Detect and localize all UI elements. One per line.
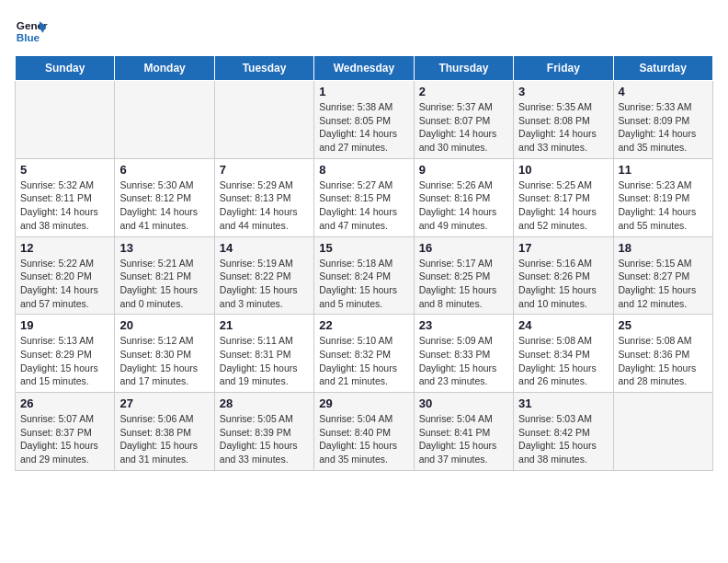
calendar-week-1: 1Sunrise: 5:38 AMSunset: 8:05 PMDaylight… [16, 81, 713, 159]
day-number: 16 [419, 241, 508, 255]
day-info: Sunrise: 5:08 AMSunset: 8:34 PMDaylight:… [518, 334, 608, 388]
day-info: Sunrise: 5:16 AMSunset: 8:26 PMDaylight:… [518, 257, 608, 311]
calendar-body: 1Sunrise: 5:38 AMSunset: 8:05 PMDaylight… [16, 81, 713, 471]
calendar-cell: 6Sunrise: 5:30 AMSunset: 8:12 PMDaylight… [115, 158, 214, 236]
day-info: Sunrise: 5:11 AMSunset: 8:31 PMDaylight:… [220, 334, 309, 388]
calendar-cell: 4Sunrise: 5:33 AMSunset: 8:09 PMDaylight… [613, 81, 712, 159]
header-day-sunday: Sunday [16, 56, 115, 81]
day-number: 3 [518, 85, 608, 98]
day-info: Sunrise: 5:32 AMSunset: 8:11 PMDaylight:… [20, 178, 109, 233]
calendar-cell: 31Sunrise: 5:03 AMSunset: 8:42 PMDayligh… [514, 393, 613, 471]
day-info: Sunrise: 5:33 AMSunset: 8:09 PMDaylight:… [619, 100, 708, 155]
calendar-cell [16, 81, 115, 159]
calendar-cell: 15Sunrise: 5:18 AMSunset: 8:24 PMDayligh… [314, 236, 414, 315]
header-day-thursday: Thursday [414, 56, 513, 81]
day-number: 22 [319, 318, 408, 332]
day-number: 15 [319, 241, 408, 255]
calendar-week-3: 12Sunrise: 5:22 AMSunset: 8:20 PMDayligh… [16, 236, 713, 315]
day-info: Sunrise: 5:13 AMSunset: 8:29 PMDaylight:… [20, 334, 109, 388]
day-number: 7 [220, 163, 309, 177]
header-day-friday: Friday [514, 56, 613, 81]
day-number: 4 [619, 85, 708, 98]
day-info: Sunrise: 5:05 AMSunset: 8:39 PMDaylight:… [220, 412, 309, 466]
page-header: General Blue [15, 15, 713, 48]
day-info: Sunrise: 5:38 AMSunset: 8:05 PMDaylight:… [319, 100, 408, 155]
day-info: Sunrise: 5:29 AMSunset: 8:13 PMDaylight:… [220, 178, 309, 233]
day-info: Sunrise: 5:09 AMSunset: 8:33 PMDaylight:… [419, 334, 508, 388]
calendar-cell: 21Sunrise: 5:11 AMSunset: 8:31 PMDayligh… [214, 315, 313, 393]
calendar-cell: 26Sunrise: 5:07 AMSunset: 8:37 PMDayligh… [16, 393, 115, 471]
calendar-table: SundayMondayTuesdayWednesdayThursdayFrid… [15, 55, 713, 471]
calendar-header: SundayMondayTuesdayWednesdayThursdayFrid… [16, 56, 713, 81]
day-info: Sunrise: 5:30 AMSunset: 8:12 PMDaylight:… [119, 178, 209, 233]
day-info: Sunrise: 5:27 AMSunset: 8:15 PMDaylight:… [319, 178, 408, 233]
calendar-cell: 19Sunrise: 5:13 AMSunset: 8:29 PMDayligh… [16, 315, 115, 393]
calendar-cell: 10Sunrise: 5:25 AMSunset: 8:17 PMDayligh… [514, 158, 613, 236]
calendar-cell: 11Sunrise: 5:23 AMSunset: 8:19 PMDayligh… [613, 158, 712, 236]
day-info: Sunrise: 5:22 AMSunset: 8:20 PMDaylight:… [20, 257, 109, 311]
calendar-week-2: 5Sunrise: 5:32 AMSunset: 8:11 PMDaylight… [16, 158, 713, 236]
header-day-wednesday: Wednesday [314, 56, 414, 81]
day-number: 27 [119, 396, 209, 410]
calendar-cell: 7Sunrise: 5:29 AMSunset: 8:13 PMDaylight… [214, 158, 313, 236]
day-number: 6 [119, 163, 209, 177]
calendar-cell [613, 393, 712, 471]
header-day-saturday: Saturday [613, 56, 712, 81]
calendar-cell: 1Sunrise: 5:38 AMSunset: 8:05 PMDaylight… [314, 81, 414, 159]
calendar-cell: 2Sunrise: 5:37 AMSunset: 8:07 PMDaylight… [414, 81, 513, 159]
header-row: SundayMondayTuesdayWednesdayThursdayFrid… [16, 56, 713, 81]
day-number: 8 [319, 163, 408, 177]
calendar-week-5: 26Sunrise: 5:07 AMSunset: 8:37 PMDayligh… [16, 393, 713, 471]
day-number: 29 [319, 396, 408, 410]
day-number: 17 [518, 241, 608, 255]
day-number: 1 [319, 85, 408, 98]
calendar-cell: 28Sunrise: 5:05 AMSunset: 8:39 PMDayligh… [214, 393, 313, 471]
calendar-cell: 9Sunrise: 5:26 AMSunset: 8:16 PMDaylight… [414, 158, 513, 236]
calendar-cell: 18Sunrise: 5:15 AMSunset: 8:27 PMDayligh… [613, 236, 712, 315]
day-info: Sunrise: 5:07 AMSunset: 8:37 PMDaylight:… [20, 412, 109, 466]
day-number: 13 [119, 241, 209, 255]
day-number: 31 [518, 396, 608, 410]
calendar-cell: 27Sunrise: 5:06 AMSunset: 8:38 PMDayligh… [115, 393, 214, 471]
day-info: Sunrise: 5:03 AMSunset: 8:42 PMDaylight:… [518, 412, 608, 466]
day-number: 30 [419, 396, 508, 410]
svg-text:Blue: Blue [17, 31, 40, 43]
calendar-cell [115, 81, 214, 159]
logo: General Blue [15, 15, 48, 48]
day-info: Sunrise: 5:15 AMSunset: 8:27 PMDaylight:… [619, 257, 708, 311]
day-info: Sunrise: 5:17 AMSunset: 8:25 PMDaylight:… [419, 257, 508, 311]
day-number: 18 [619, 241, 708, 255]
day-number: 10 [518, 163, 608, 177]
day-info: Sunrise: 5:19 AMSunset: 8:22 PMDaylight:… [220, 257, 309, 311]
calendar-cell: 20Sunrise: 5:12 AMSunset: 8:30 PMDayligh… [115, 315, 214, 393]
calendar-cell: 29Sunrise: 5:04 AMSunset: 8:40 PMDayligh… [314, 393, 414, 471]
calendar-cell: 23Sunrise: 5:09 AMSunset: 8:33 PMDayligh… [414, 315, 513, 393]
day-number: 11 [619, 163, 708, 177]
logo-icon: General Blue [15, 15, 48, 48]
calendar-cell: 13Sunrise: 5:21 AMSunset: 8:21 PMDayligh… [115, 236, 214, 315]
day-info: Sunrise: 5:04 AMSunset: 8:40 PMDaylight:… [319, 412, 408, 466]
day-info: Sunrise: 5:25 AMSunset: 8:17 PMDaylight:… [518, 178, 608, 233]
calendar-cell: 16Sunrise: 5:17 AMSunset: 8:25 PMDayligh… [414, 236, 513, 315]
calendar-cell: 25Sunrise: 5:08 AMSunset: 8:36 PMDayligh… [613, 315, 712, 393]
calendar-cell [214, 81, 313, 159]
day-number: 5 [20, 163, 109, 177]
day-number: 28 [220, 396, 309, 410]
day-number: 23 [419, 318, 508, 332]
day-info: Sunrise: 5:06 AMSunset: 8:38 PMDaylight:… [119, 412, 209, 466]
calendar-cell: 30Sunrise: 5:04 AMSunset: 8:41 PMDayligh… [414, 393, 513, 471]
calendar-cell: 8Sunrise: 5:27 AMSunset: 8:15 PMDaylight… [314, 158, 414, 236]
header-day-monday: Monday [115, 56, 214, 81]
header-day-tuesday: Tuesday [214, 56, 313, 81]
day-info: Sunrise: 5:12 AMSunset: 8:30 PMDaylight:… [119, 334, 209, 388]
calendar-cell: 5Sunrise: 5:32 AMSunset: 8:11 PMDaylight… [16, 158, 115, 236]
day-number: 14 [220, 241, 309, 255]
day-info: Sunrise: 5:08 AMSunset: 8:36 PMDaylight:… [619, 334, 708, 388]
day-number: 26 [20, 396, 109, 410]
calendar-cell: 12Sunrise: 5:22 AMSunset: 8:20 PMDayligh… [16, 236, 115, 315]
day-info: Sunrise: 5:04 AMSunset: 8:41 PMDaylight:… [419, 412, 508, 466]
calendar-cell: 17Sunrise: 5:16 AMSunset: 8:26 PMDayligh… [514, 236, 613, 315]
day-number: 25 [619, 318, 708, 332]
day-number: 2 [419, 85, 508, 98]
calendar-cell: 22Sunrise: 5:10 AMSunset: 8:32 PMDayligh… [314, 315, 414, 393]
